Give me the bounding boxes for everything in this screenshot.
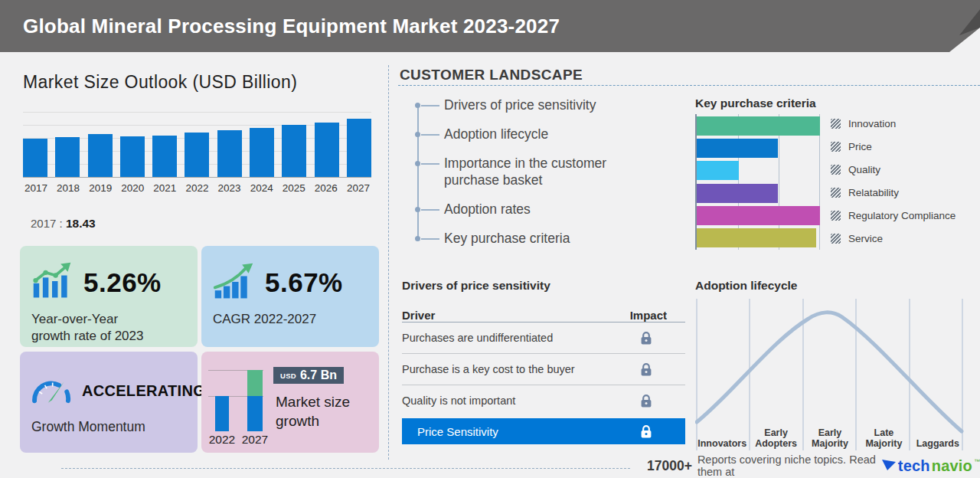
footer: 17000+ Reports covering niche topics. Re… [647, 456, 980, 476]
key-purchase-criteria-title: Key purchase criteria [695, 97, 816, 110]
driver-label: Purchase is a key cost to the buyer [402, 363, 575, 375]
year-label: 2027 [345, 182, 371, 194]
market-size-bar [88, 134, 113, 177]
legend-label: Price [848, 141, 872, 152]
customer-landscape-list: Drivers of price sensitivityAdoption lif… [400, 97, 664, 259]
cagr-label: CAGR 2022-2027 [213, 311, 379, 328]
landscape-item: Adoption lifecycle [400, 126, 664, 142]
landscape-item: Adoption rates [400, 201, 664, 218]
header-bar: Global Mineral Processing Equipment Mark… [0, 0, 980, 52]
driver-row: Purchase is a key cost to the buyer [402, 354, 685, 385]
brand-navio: navio [932, 457, 972, 475]
cagr-value: 5.67% [265, 267, 343, 298]
yoy-value: 5.26% [83, 267, 162, 298]
stage-label: Early Majority [803, 427, 857, 449]
growth-bar-2022 [215, 396, 229, 431]
year-label: 2017 [23, 182, 49, 194]
stage-label: Late Majority [857, 427, 910, 449]
legend-item: Innovation [831, 119, 956, 129]
customer-landscape-title: CUSTOMER LANDSCAPE [400, 67, 583, 83]
technavio-arrow-icon [881, 457, 897, 475]
legend-item: Quality [831, 165, 956, 175]
market-size-bar [152, 136, 177, 178]
trademark-mark: ™ [974, 458, 980, 465]
yoy-growth-card: 5.26% Year-over-Year growth rate of 2023 [20, 246, 198, 347]
legend-item: Service [831, 234, 956, 244]
legend-hatch-swatch [831, 234, 841, 244]
yoy-label-line1: Year-over-Year [31, 311, 198, 328]
market-size-years: 2017201820192020202120222023202420252026… [23, 182, 371, 194]
footer-dashed-line [61, 468, 630, 469]
yoy-label-line2: growth rate of 2023 [31, 328, 198, 345]
badge-value: 6.7 Bn [300, 368, 337, 382]
lock-icon [640, 362, 652, 377]
legend-item: Price [831, 142, 956, 152]
kpc-bars [697, 114, 820, 250]
legend-hatch-swatch [831, 142, 841, 152]
stage-label: Laggards [911, 438, 965, 449]
technavio-logo[interactable]: technavio ™ [881, 457, 980, 475]
market-size-bar [315, 123, 339, 178]
market-size-bar [217, 130, 242, 177]
lock-icon [640, 424, 652, 439]
market-size-bar [23, 139, 47, 177]
legend-label: Innovation [848, 118, 896, 129]
lock-icon [640, 394, 652, 408]
landscape-item: Key purchase criteria [400, 230, 664, 247]
year-label: 2026 [313, 182, 339, 194]
market-size-bar [120, 136, 145, 177]
legend-label: Quality [848, 164, 880, 175]
cagr-card: 5.67% CAGR 2022-2027 [201, 246, 379, 347]
badge-currency: USD [280, 372, 296, 380]
growth-bar-2027-growth-segment [247, 370, 263, 396]
adoption-stage-labels: InnovatorsEarly AdoptersEarly MajorityLa… [695, 417, 965, 449]
adoption-lifecycle-title: Adoption lifecycle [695, 279, 798, 293]
year-label: 2021 [152, 182, 178, 194]
ascending-bars-arrow-icon [212, 261, 255, 304]
driver-row: Quality is not important [402, 385, 685, 416]
legend-hatch-swatch [831, 211, 841, 221]
speedometer-icon [31, 373, 72, 408]
legend-item: Relatability [831, 188, 956, 198]
kpc-bar-price [697, 139, 778, 158]
year-label: 2022 [184, 182, 210, 194]
driver-label: Purchases are undifferentiated [402, 332, 553, 344]
kpc-bar-quality [697, 161, 739, 180]
market-size-bar [55, 137, 80, 177]
legend-label: Regulatory Compliance [848, 210, 956, 221]
driver-row: Purchases are undifferentiated [402, 322, 685, 354]
bar-chart-trend-up-icon [31, 261, 74, 304]
year-label: 2023 [217, 182, 243, 194]
kpc-bar-service [697, 228, 816, 247]
drivers-rows: Purchases are undifferentiated Purchase … [402, 322, 685, 416]
column-driver: Driver [402, 309, 435, 322]
year-label: 2025 [281, 182, 307, 194]
year-label: 2027 [237, 433, 273, 447]
footer-text: Reports covering niche topics. Read them… [697, 453, 876, 478]
stage-label: Early Adopters [749, 427, 802, 449]
page-title: Global Mineral Processing Equipment Mark… [23, 0, 560, 52]
key-purchase-criteria-chart [695, 114, 820, 250]
year-label: 2022 [204, 433, 240, 447]
market-size-title: Market Size Outlook (USD Billion) [23, 72, 297, 93]
market-size-chart [23, 112, 371, 178]
legend-hatch-swatch [831, 188, 841, 198]
usd-value-badge: USD 6.7 Bn [273, 367, 344, 384]
market-size-bar [347, 119, 371, 177]
market-size-bar [250, 128, 274, 177]
market-size-bar [185, 133, 209, 177]
kpc-bar-innovation [697, 116, 820, 136]
panel-divider [388, 65, 389, 460]
price-sensitivity-table: Driver Impact Purchases are undifferenti… [402, 303, 685, 444]
base-year-label: 2017 [31, 217, 56, 230]
year-label: 2019 [87, 182, 113, 194]
highlight-label: Price Sensitivity [417, 425, 498, 438]
driver-label: Quality is not important [402, 395, 515, 407]
kpc-bar-regulatory-compliance [697, 206, 820, 225]
market-size-bars [23, 112, 371, 177]
growth-momentum-card: ACCELERATING Growth Momentum [20, 352, 198, 453]
price-sensitivity-title: Drivers of price sensitivity [402, 279, 550, 293]
kpc-bar-relatability [697, 184, 778, 203]
report-count: 17000+ [647, 458, 692, 474]
legend-hatch-swatch [831, 119, 841, 129]
